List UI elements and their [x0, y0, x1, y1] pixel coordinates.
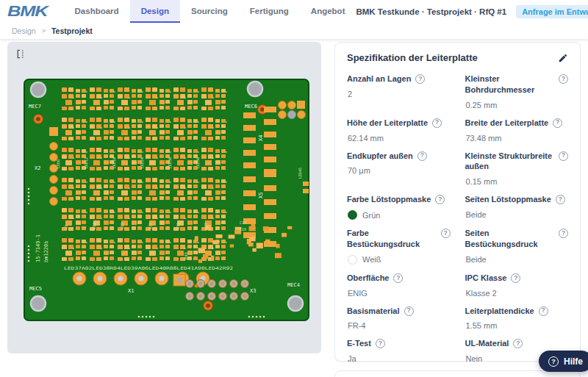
svg-text:15-7149-1: 15-7149-1: [35, 234, 41, 262]
svg-text:X2: X2: [35, 165, 40, 171]
svg-text:X5: X5: [258, 193, 264, 198]
field-value-row: ENIG: [347, 289, 451, 298]
field-value: Ja: [348, 354, 356, 363]
help-question-icon: ?: [548, 356, 559, 367]
help-icon[interactable]: ?: [376, 339, 385, 348]
spec-fields: Anzahl an Lagen?2Kleinster Bohrdurchmess…: [347, 73, 568, 363]
field-label: E-Test: [347, 338, 371, 349]
svg-text:LED12: LED12: [84, 157, 88, 168]
field-value-row: Klasse 2: [465, 289, 569, 298]
field-label-row: Oberfläche?: [347, 273, 451, 284]
field-label: Kleinste Strukturbreite außen: [465, 151, 555, 173]
top-bar: BMK DashboardDesignSourcingFertigungAnge…: [0, 0, 588, 23]
nav-fertigung[interactable]: Fertigung: [239, 0, 300, 23]
spec-field: E-Test?Ja: [347, 338, 451, 363]
field-label: UL-Material: [465, 338, 509, 349]
help-icon[interactable]: ?: [559, 229, 568, 238]
breadcrumb-parent[interactable]: Design: [12, 26, 36, 35]
field-label: Farbe Lötstoppmaske: [347, 194, 431, 205]
field-label: Anzahl an Lagen: [347, 73, 411, 85]
status-badge: Anfrage im Entwurf: [516, 5, 588, 18]
help-icon[interactable]: ?: [415, 74, 425, 84]
spec-card: Spezifikation der Leiterplatte Anzahl an…: [334, 42, 581, 362]
pcb-image: MEC7MEC6MEC5MEC4X2X1X3X4X5D49LED4515-714…: [24, 79, 309, 321]
field-value: 2: [348, 90, 352, 98]
field-value: 73.48 mm: [466, 134, 502, 143]
help-icon[interactable]: ?: [511, 273, 520, 283]
help-button[interactable]: ? Hilfe: [539, 351, 588, 372]
help-icon[interactable]: ?: [393, 273, 403, 283]
field-value-row: 0.25 mm: [465, 101, 569, 109]
help-icon[interactable]: ?: [417, 151, 427, 161]
svg-text:LED30: LED30: [168, 157, 172, 168]
svg-text:MEC5: MEC5: [29, 286, 42, 292]
svg-text:X3: X3: [250, 288, 256, 294]
field-value-row: Ja: [347, 354, 451, 363]
help-icon[interactable]: ?: [559, 151, 568, 161]
nav-design[interactable]: Design: [130, 0, 180, 23]
pcb-viewer-panel: MEC7MEC6MEC5MEC4X2X1X3X4X5D49LED4515-714…: [7, 42, 321, 353]
spec-field: Leiterplattendicke?1.55 mm: [465, 306, 569, 331]
svg-text:LED36: LED36: [196, 157, 200, 168]
edit-pencil-icon[interactable]: [558, 53, 568, 63]
field-value: Weiß: [362, 255, 381, 264]
field-label: Kleinster Bohrdurchmesser: [465, 73, 555, 96]
field-value: Nein: [466, 354, 483, 363]
field-value-row: Beide: [465, 255, 569, 264]
field-label: Breite der Leiterplatte: [465, 118, 549, 129]
field-value: Beide: [466, 255, 487, 264]
nav-dashboard[interactable]: Dashboard: [64, 0, 130, 23]
field-label: Höhe der Leiterplatte: [347, 118, 428, 129]
svg-text:C17: C17: [240, 220, 246, 225]
help-icon[interactable]: ?: [553, 118, 562, 128]
help-icon[interactable]: ?: [513, 339, 523, 348]
field-value-row: 0.15 mm: [465, 177, 569, 186]
field-value-row: Beide: [465, 210, 569, 219]
panel-toggle-icon[interactable]: [15, 49, 26, 60]
svg-text:LED24: LED24: [140, 157, 144, 168]
svg-text:U31: U31: [176, 223, 180, 229]
nav-angebot[interactable]: Angebot: [300, 0, 356, 23]
svg-text:X1: X1: [128, 288, 134, 294]
field-value-row: Grün: [347, 210, 451, 220]
field-label-row: Basismaterial?: [347, 306, 451, 317]
field-value: 70 µm: [348, 166, 370, 175]
field-label-row: Höhe der Leiterplatte?: [347, 118, 451, 129]
field-label-row: Endkupfer außen?: [347, 151, 451, 162]
svg-text:C19: C19: [240, 227, 246, 231]
field-label: Leiterplattendicke: [465, 306, 534, 317]
field-label-row: Kleinster Bohrdurchmesser?: [465, 73, 569, 96]
help-icon[interactable]: ?: [559, 74, 568, 84]
spec-field: Oberfläche?ENIG: [347, 273, 451, 298]
field-value-row: Weiß: [347, 255, 451, 265]
help-icon[interactable]: ?: [539, 306, 548, 316]
help-icon[interactable]: ?: [556, 195, 565, 204]
field-value: 1.55 mm: [466, 321, 498, 330]
bmk-logo: BMK: [7, 3, 47, 20]
spec-field: Seiten Lötstoppmaske?Beide: [465, 194, 569, 220]
svg-text:LED6: LED6: [56, 159, 60, 168]
spec-field: Anzahl an Lagen?2: [347, 73, 451, 109]
help-icon[interactable]: ?: [432, 118, 442, 128]
pcb-canvas[interactable]: MEC7MEC6MEC5MEC4X2X1X3X4X5D49LED4515-714…: [24, 79, 309, 321]
field-value: 0.15 mm: [466, 177, 498, 186]
svg-text:U13: U13: [92, 223, 96, 229]
help-icon[interactable]: ?: [441, 229, 451, 238]
svg-text:U37: U37: [204, 223, 208, 229]
spec-field: Seiten Bestückungsdruck?Beide: [465, 228, 569, 265]
field-value: Beide: [466, 210, 487, 219]
spec-field: Kleinster Bohrdurchmesser?0.25 mm: [465, 73, 569, 109]
breadcrumb-separator: >: [42, 27, 46, 35]
spec-field: Endkupfer außen?70 µm: [347, 151, 451, 187]
svg-text:U25: U25: [148, 223, 152, 229]
color-swatch: [348, 255, 357, 265]
svg-text:MEC6: MEC6: [245, 104, 257, 109]
nav-sourcing[interactable]: Sourcing: [180, 0, 239, 23]
field-label-row: Seiten Lötstoppmaske?: [465, 194, 569, 205]
field-value: Klasse 2: [466, 289, 497, 298]
spec-field: Farbe Bestückungsdruck?Weiß: [347, 228, 451, 265]
svg-text:LED18: LED18: [112, 157, 116, 168]
main-nav: DashboardDesignSourcingFertigungAngebot: [64, 0, 356, 23]
help-icon[interactable]: ?: [435, 195, 445, 204]
help-icon[interactable]: ?: [404, 306, 414, 316]
